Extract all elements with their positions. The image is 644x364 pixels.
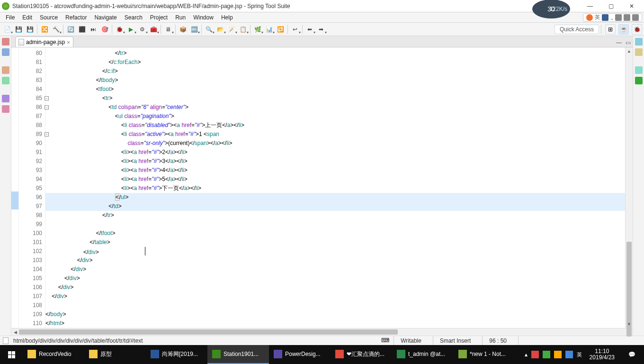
maximize-view-button[interactable]: ▭: [624, 38, 633, 47]
build-button[interactable]: 🔨: [51, 24, 61, 35]
debug-button[interactable]: 🐞: [114, 24, 125, 35]
minimize-button[interactable]: —: [580, 0, 600, 12]
tab-label: admin-page.jsp: [26, 39, 65, 46]
line-gutter: 808182838485−86−878889−90919293949596979…: [19, 47, 45, 328]
clock[interactable]: 11:10 2019/4/23: [586, 348, 618, 361]
task-label: ❤汇聚点滴的...: [347, 350, 385, 358]
task-list-icon[interactable]: [635, 48, 643, 56]
horizontal-scrollbar[interactable]: ◀ ▶: [11, 328, 633, 336]
file-icon: [3, 337, 9, 344]
vertical-scrollbar[interactable]: ▲ ▼: [625, 47, 633, 328]
relaunch-button[interactable]: 🔁: [275, 24, 286, 35]
new-server-button[interactable]: 🖥: [163, 24, 173, 35]
refresh-button[interactable]: 🔄: [65, 24, 76, 35]
run-button[interactable]: ▶: [125, 24, 136, 35]
menu-run[interactable]: Run: [171, 13, 189, 22]
wizard-button[interactable]: 🪄: [226, 24, 237, 35]
scroll-down-icon[interactable]: ▼: [626, 320, 633, 328]
menu-search[interactable]: Search: [121, 13, 146, 22]
editor-tabbar: admin-page.jsp ✕ — ▭: [11, 36, 633, 47]
stop-button[interactable]: ⬛: [77, 24, 87, 35]
breadcrumb-path[interactable]: html/body/div/div/div/div/div/div/table/…: [13, 337, 376, 344]
back-button[interactable]: ⬅: [304, 24, 315, 35]
save-button[interactable]: 💾: [13, 24, 24, 35]
ime-tray[interactable]: 英: [577, 351, 582, 358]
taskbar-item[interactable]: ❤汇聚点滴的...: [331, 345, 392, 364]
maximize-button[interactable]: ▢: [600, 0, 621, 12]
nav-back-button[interactable]: ↩: [290, 24, 300, 35]
debug-perspective-button[interactable]: 🐞: [632, 24, 642, 35]
taskbar-item[interactable]: Station1901...: [207, 345, 269, 364]
scroll-left-icon[interactable]: ◀: [11, 330, 19, 335]
spring-icon[interactable]: [635, 77, 643, 84]
taskbar-item[interactable]: 原型: [84, 345, 146, 364]
boot-dash-icon[interactable]: [635, 66, 643, 74]
wrench-icon: [632, 14, 639, 21]
tray-chevron-icon[interactable]: ▴: [525, 351, 528, 358]
editor-tab-admin-page[interactable]: admin-page.jsp ✕: [15, 36, 73, 47]
ext-tools-button[interactable]: 🧰: [148, 24, 159, 35]
target-button[interactable]: 🎯: [99, 24, 110, 35]
taskbar-item[interactable]: *new 1 - Not...: [454, 345, 515, 364]
open-perspective-button[interactable]: ⊞: [605, 24, 616, 35]
hscroll-thumb[interactable]: [19, 329, 398, 335]
network-widget[interactable]: 30 122K/s: [532, 0, 570, 18]
taskbar-item[interactable]: PowerDesig...: [269, 345, 331, 364]
code-area[interactable]: </tr> </c:forEach> </c:if> </tbody> <tfo…: [45, 47, 625, 328]
git-button[interactable]: 🌿: [252, 24, 263, 35]
cursor-position: 96 : 50: [482, 336, 513, 345]
save-all-button[interactable]: 💾: [25, 24, 35, 35]
start-button[interactable]: [0, 345, 23, 364]
outline-icon[interactable]: [635, 38, 643, 46]
ime-indicator[interactable]: 英 ,,: [583, 13, 642, 22]
taskbar-item[interactable]: RecordVedio: [23, 345, 84, 364]
servers-icon[interactable]: [2, 66, 9, 74]
tab-close-icon[interactable]: ✕: [67, 39, 70, 46]
menu-refactor[interactable]: Refactor: [62, 13, 90, 22]
project-explorer-icon[interactable]: [2, 38, 9, 46]
insert-mode-status: Smart Insert: [433, 336, 477, 345]
quick-access[interactable]: Quick Access: [555, 25, 599, 34]
dashboard-button[interactable]: 📊: [264, 24, 274, 35]
file-icon: [18, 39, 24, 46]
new-button[interactable]: 📄: [2, 24, 12, 35]
task-label: 原型: [100, 350, 112, 358]
minimize-view-button[interactable]: —: [614, 38, 624, 47]
keyboard-status-icon[interactable]: ⌨: [381, 337, 389, 345]
tray-icon-4[interactable]: [565, 351, 573, 358]
taskbar-item[interactable]: 尚筹网[2019...: [146, 345, 207, 364]
type-button[interactable]: 🔤: [189, 24, 199, 35]
tray-icon-1[interactable]: [531, 351, 539, 358]
package-button[interactable]: 📦: [178, 24, 188, 35]
progress-icon[interactable]: [2, 105, 9, 113]
problems-icon[interactable]: [2, 95, 9, 102]
menu-file[interactable]: File: [2, 13, 18, 22]
console-icon[interactable]: [2, 77, 9, 84]
search-button[interactable]: 🔍: [204, 24, 214, 35]
task-icon: [151, 350, 159, 358]
tray-icon-3[interactable]: [554, 351, 562, 358]
menu-project[interactable]: Project: [146, 13, 171, 22]
skip-button[interactable]: ⏭: [88, 24, 98, 35]
java-perspective-button[interactable]: ☕: [618, 24, 629, 35]
writable-status: Writable: [394, 336, 428, 345]
run-config-button[interactable]: ⚙: [137, 24, 147, 35]
scroll-up-icon[interactable]: ▲: [626, 47, 633, 55]
menu-source[interactable]: Source: [36, 13, 62, 22]
action-center-icon[interactable]: 💬: [622, 351, 641, 358]
navigator-icon[interactable]: [2, 48, 9, 56]
tray-icon-2[interactable]: [543, 351, 550, 358]
menu-edit[interactable]: Edit: [18, 13, 36, 22]
switch-button[interactable]: 🔀: [39, 24, 50, 35]
menu-navigate[interactable]: Navigate: [90, 13, 120, 22]
task-button[interactable]: 📋: [238, 24, 248, 35]
forward-button[interactable]: ➡: [316, 24, 326, 35]
menu-window[interactable]: Window: [189, 13, 217, 22]
windows-logo-icon: [8, 351, 15, 358]
task-icon: [274, 350, 282, 358]
taskbar-item[interactable]: t_admin @at...: [392, 345, 454, 364]
close-button[interactable]: ✕: [621, 0, 642, 12]
open-button[interactable]: 📂: [215, 24, 225, 35]
menu-help[interactable]: Help: [217, 13, 237, 22]
titlebar: Station190105 - atcrowdfunding-admin-1-w…: [0, 0, 644, 12]
